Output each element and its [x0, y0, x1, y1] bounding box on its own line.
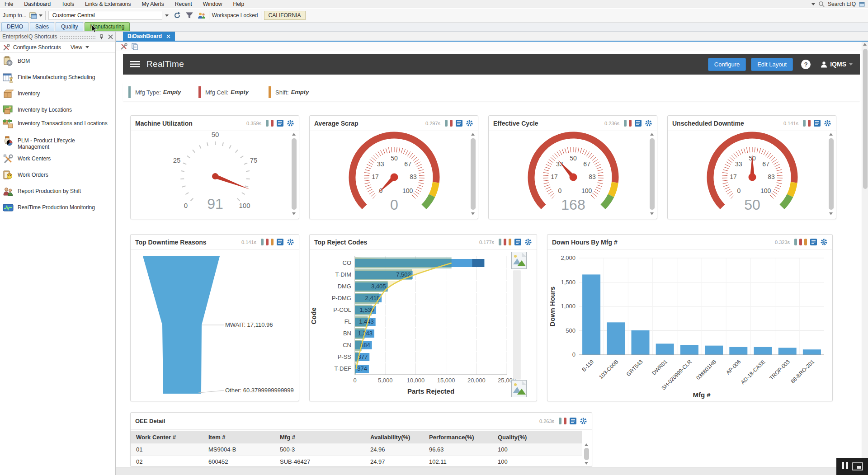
- hamburger-menu-icon[interactable]: [130, 61, 140, 68]
- sidebar-item-work-centers[interactable]: Work Centers: [3, 154, 113, 165]
- filter-value[interactable]: Empty: [291, 89, 309, 96]
- refresh-icon[interactable]: [173, 11, 181, 19]
- sidebar-item-realtime-monitoring[interactable]: RealTime Production Monitoring: [3, 202, 113, 213]
- search-icon[interactable]: [818, 1, 825, 7]
- col-item[interactable]: Item #: [203, 434, 274, 441]
- svg-text:CO: CO: [343, 259, 352, 266]
- help-icon[interactable]: ?: [801, 60, 811, 69]
- page-scrollbar[interactable]: [862, 42, 868, 467]
- tab-bidashboard[interactable]: BiDashBoard: [123, 32, 175, 41]
- filter-icon[interactable]: [186, 12, 193, 19]
- view-caret-icon[interactable]: [85, 46, 89, 48]
- report-icon[interactable]: [569, 417, 577, 425]
- filter-value[interactable]: Empty: [163, 89, 181, 96]
- col-availability[interactable]: Availability(%): [365, 434, 424, 441]
- menu-window[interactable]: Window: [203, 1, 222, 7]
- configure-button[interactable]: Configure: [708, 58, 746, 71]
- workspace-tab-demo[interactable]: DEMO: [1, 22, 28, 31]
- sidebar-item-inventory-by-locations[interactable]: Inventory by Locations: [3, 105, 113, 116]
- sidebar-item-finite-scheduling[interactable]: Finite Manufacturing Scheduling: [3, 72, 113, 83]
- funnel-chart: MWAIT: 17,110.96Other: 60.3799999999999: [131, 250, 299, 400]
- gear-icon[interactable]: [824, 119, 831, 127]
- report-icon[interactable]: [455, 119, 463, 127]
- jump-to-caret-icon[interactable]: [39, 14, 42, 17]
- sidebar-config-row: Configure Shortcuts View: [0, 42, 115, 53]
- chevron-down-icon[interactable]: [811, 3, 815, 5]
- report-icon[interactable]: [813, 119, 821, 127]
- picture-in-picture-icon[interactable]: [852, 462, 863, 470]
- sidebar-item-plm[interactable]: PLM - Product Lifecycle Management: [3, 136, 113, 150]
- menu-recent[interactable]: Recent: [175, 1, 192, 7]
- widget-scrollbar[interactable]: [649, 133, 655, 215]
- copy-icon[interactable]: [131, 43, 138, 50]
- users-icon[interactable]: [197, 12, 206, 19]
- widget-title: Machine Utilization: [135, 120, 193, 127]
- sidebar-item-bom[interactable]: BOM: [3, 56, 113, 67]
- menu-dashboard[interactable]: Dashboard: [24, 1, 51, 7]
- jump-to-label[interactable]: Jump to...: [3, 12, 27, 19]
- configure-shortcuts-button[interactable]: Configure Shortcuts: [13, 44, 61, 51]
- sidebar-item-work-orders[interactable]: Work Orders: [3, 170, 113, 181]
- pin-icon[interactable]: [99, 34, 104, 40]
- search-eiq-label[interactable]: Search EIQ: [828, 1, 856, 7]
- table-row[interactable]: 02 600452 SUB-46427 24.97 102.11 100: [131, 456, 582, 467]
- menu-my-alerts[interactable]: My Alerts: [142, 1, 164, 7]
- mini-toolbar: [116, 42, 862, 51]
- sidebar-item-inventory[interactable]: Inventory: [3, 89, 113, 99]
- gear-icon[interactable]: [645, 119, 652, 127]
- gear-icon[interactable]: [466, 119, 473, 127]
- report-icon[interactable]: [810, 238, 817, 246]
- col-mfg[interactable]: Mfg #: [274, 434, 365, 441]
- widget-scrollbar[interactable]: [828, 133, 834, 215]
- gear-icon[interactable]: [820, 238, 828, 246]
- edit-layout-button[interactable]: Edit Layout: [751, 58, 793, 71]
- wrench-icon[interactable]: [120, 43, 127, 50]
- svg-text:100: 100: [402, 187, 413, 194]
- col-work-center[interactable]: Work Center #: [131, 434, 203, 441]
- workspace-tab-sales[interactable]: Sales: [30, 22, 54, 31]
- report-icon[interactable]: [634, 119, 642, 127]
- workspace-tab-strip: DEMO Sales Quality Manufacturing: [0, 23, 868, 32]
- filter-indicator-icon: [808, 120, 811, 127]
- gear-icon[interactable]: [287, 238, 294, 246]
- widget-scrollbar[interactable]: [291, 133, 297, 215]
- svg-text:83: 83: [589, 173, 596, 180]
- sidebar-item-inventory-transactions[interactable]: Inventory Transactions and Locations: [3, 118, 113, 129]
- environment-badge[interactable]: CALIFORNIA: [264, 11, 306, 20]
- col-quality[interactable]: Quality(%): [492, 434, 582, 441]
- popout-window-icon[interactable]: [859, 1, 865, 7]
- menu-tools[interactable]: Tools: [61, 1, 74, 7]
- menu-file[interactable]: File: [5, 1, 13, 7]
- report-icon[interactable]: [514, 238, 522, 246]
- gear-icon[interactable]: [580, 417, 587, 425]
- close-icon[interactable]: [108, 34, 113, 39]
- table-row[interactable]: 01 MS9004-B 500-3 24.96 96.63 100: [131, 443, 582, 456]
- user-menu[interactable]: IQMS: [821, 61, 853, 68]
- svg-text:Parts Rejected: Parts Rejected: [407, 387, 454, 395]
- widget-scrollbar[interactable]: [584, 443, 590, 465]
- svg-text:Down Hours: Down Hours: [548, 287, 556, 326]
- filter-value[interactable]: Empty: [231, 89, 249, 96]
- gear-icon[interactable]: [524, 238, 532, 246]
- tab-close-icon[interactable]: [166, 34, 170, 38]
- filter-shift[interactable]: Shift: Empty: [269, 86, 329, 98]
- report-icon[interactable]: [276, 238, 284, 246]
- menu-help[interactable]: Help: [233, 1, 245, 7]
- widget-scrollbar[interactable]: [470, 133, 476, 215]
- svg-text:83: 83: [768, 173, 775, 180]
- workspace-caret-icon[interactable]: [165, 14, 169, 17]
- sidebar-header: EnterpriseIQ Shortcuts: [0, 32, 115, 42]
- menu-links-extensions[interactable]: Links & Extensions: [85, 1, 131, 7]
- sidebar-item-report-production[interactable]: Report Production by Shift: [3, 186, 113, 197]
- jump-to-window-icon[interactable]: [29, 12, 37, 19]
- filter-mfg-type[interactable]: Mfg Type: Empty: [128, 86, 189, 98]
- pause-icon[interactable]: [842, 462, 848, 471]
- gear-icon[interactable]: [287, 119, 294, 127]
- col-performance[interactable]: Performance(%): [424, 434, 492, 441]
- workspace-tab-quality[interactable]: Quality: [56, 22, 83, 31]
- view-menu[interactable]: View: [71, 44, 82, 51]
- workspace-combobox[interactable]: Customer Central: [48, 11, 162, 20]
- filter-mfg-cell[interactable]: Mfg Cell: Empty: [198, 86, 259, 98]
- report-icon[interactable]: [276, 119, 284, 127]
- table-header-row: Work Center # Item # Mfg # Availability(…: [131, 431, 582, 443]
